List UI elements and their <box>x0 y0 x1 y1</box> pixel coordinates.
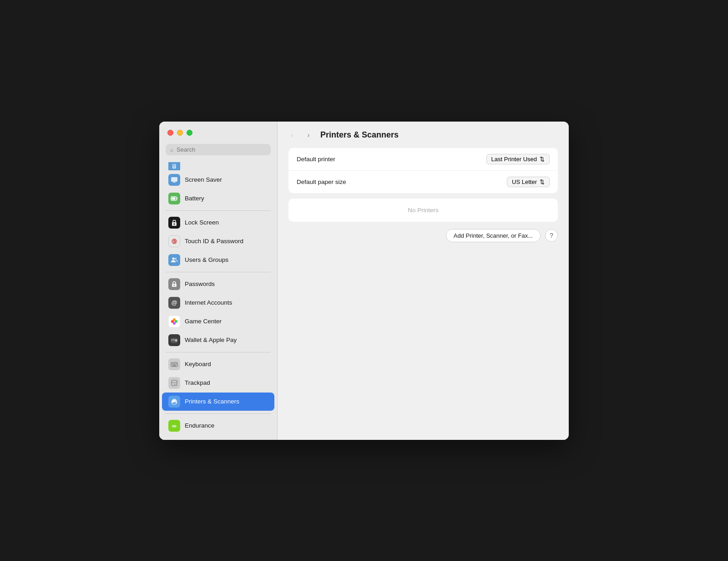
minimize-button[interactable] <box>177 130 183 136</box>
add-printer-button[interactable]: Add Printer, Scanner, or Fax... <box>446 229 541 242</box>
svg-point-6 <box>174 223 175 224</box>
svg-rect-26 <box>173 364 175 365</box>
sidebar-item-battery[interactable]: Battery <box>162 189 274 208</box>
svg-point-12 <box>174 285 175 286</box>
users-label: Users & Groups <box>185 256 228 263</box>
sidebar-item-endurance[interactable]: ∞ Endurance <box>162 417 274 435</box>
battery-icon <box>168 193 180 204</box>
sidebar-item-internet[interactable]: @ Internet Accounts <box>162 294 274 312</box>
endurance-label: Endurance <box>185 422 214 429</box>
touch-id-label: Touch ID & Password <box>185 238 243 245</box>
svg-rect-28 <box>172 365 176 366</box>
sidebar-item-wallet[interactable]: Wallet & Apple Pay <box>162 331 274 349</box>
svg-rect-29 <box>172 380 177 386</box>
close-button[interactable] <box>167 130 173 136</box>
users-icon <box>168 254 180 266</box>
passwords-icon <box>168 278 180 290</box>
sidebar-divider-4 <box>166 413 271 414</box>
sidebar-item-passwords[interactable]: Passwords <box>162 275 274 293</box>
back-button[interactable]: ‹ <box>286 129 298 142</box>
default-paper-value: US Letter ⇅ <box>507 177 550 187</box>
forward-button[interactable]: › <box>302 129 315 142</box>
sidebar-divider-1 <box>166 210 271 211</box>
settings-card: Default printer Last Printer Used ⇅ Defa… <box>288 148 558 193</box>
default-printer-row: Default printer Last Printer Used ⇅ <box>288 148 558 170</box>
default-printer-value: Last Printer Used ⇅ <box>486 154 550 164</box>
sidebar-item-lock-screen[interactable]: Lock Screen <box>162 214 274 232</box>
no-printers-box: No Printers <box>288 199 558 222</box>
svg-rect-0 <box>171 177 177 182</box>
default-paper-label: Default paper size <box>297 178 346 185</box>
keyboard-icon <box>168 358 180 370</box>
bottom-row: Add Printer, Scanner, or Fax... ? <box>288 227 558 244</box>
main-window: ⌕ 🖥 Screen Saver <box>159 122 569 440</box>
default-printer-value-text: Last Printer Used <box>491 156 537 163</box>
default-paper-value-text: US Letter <box>512 178 537 185</box>
default-printer-select[interactable]: Last Printer Used ⇅ <box>486 154 550 164</box>
wallet-label: Wallet & Apple Pay <box>185 337 237 343</box>
main-content: ‹ › Printers & Scanners Default printer … <box>278 122 569 440</box>
keyboard-label: Keyboard <box>185 361 211 367</box>
svg-point-16 <box>173 322 176 325</box>
sidebar-items-list: 🖥 Screen Saver <box>159 162 277 440</box>
svg-rect-4 <box>172 197 176 199</box>
traffic-lights <box>159 130 277 144</box>
no-printers-text: No Printers <box>408 207 439 214</box>
endurance-icon: ∞ <box>168 420 180 432</box>
internet-label: Internet Accounts <box>185 299 232 306</box>
content-area: Default printer Last Printer Used ⇅ Defa… <box>278 148 569 440</box>
touch-id-icon <box>168 235 180 247</box>
battery-label: Battery <box>185 195 204 202</box>
svg-point-10 <box>175 258 177 260</box>
game-center-icon <box>168 316 180 327</box>
screen-saver-icon <box>168 174 180 186</box>
sidebar-item-keyboard[interactable]: Keyboard <box>162 355 274 373</box>
sidebar-item-game-center[interactable]: Game Center <box>162 312 274 331</box>
svg-rect-24 <box>176 363 177 364</box>
chevron-updown-icon2: ⇅ <box>540 178 545 185</box>
svg-rect-27 <box>176 364 177 365</box>
maximize-button[interactable] <box>187 130 192 136</box>
partial-icon: 🖥 <box>168 162 180 170</box>
trackpad-icon <box>168 377 180 389</box>
printers-icon <box>168 396 180 408</box>
svg-rect-21 <box>172 363 173 364</box>
sidebar-item-trackpad[interactable]: Trackpad <box>162 374 274 392</box>
sidebar-item-touch-id[interactable]: Touch ID & Password <box>162 232 274 250</box>
svg-rect-22 <box>173 363 174 364</box>
lock-screen-icon <box>168 217 180 229</box>
sidebar-item-printers[interactable]: Printers & Scanners <box>162 393 274 411</box>
sidebar-item-screen-saver[interactable]: Screen Saver <box>162 171 274 189</box>
page-title: Printers & Scanners <box>320 130 399 140</box>
search-icon: ⌕ <box>170 146 174 153</box>
help-button[interactable]: ? <box>545 229 558 242</box>
svg-rect-32 <box>172 399 176 401</box>
game-center-label: Game Center <box>185 318 222 325</box>
sidebar-item-partial[interactable]: 🖥 <box>162 162 274 170</box>
svg-point-35 <box>176 401 177 402</box>
wallet-icon <box>168 334 180 346</box>
chevron-updown-icon: ⇅ <box>540 156 545 163</box>
sidebar-divider-3 <box>166 352 271 352</box>
sidebar-item-users[interactable]: Users & Groups <box>162 251 274 269</box>
sidebar: ⌕ 🖥 Screen Saver <box>159 122 278 440</box>
printers-label: Printers & Scanners <box>185 398 239 405</box>
search-input[interactable] <box>177 146 266 153</box>
passwords-label: Passwords <box>185 280 215 287</box>
svg-rect-23 <box>175 363 176 364</box>
search-box[interactable]: ⌕ <box>166 144 271 155</box>
sidebar-divider-2 <box>166 272 271 272</box>
screen-saver-label: Screen Saver <box>185 176 222 183</box>
default-paper-select[interactable]: US Letter ⇅ <box>507 177 550 187</box>
svg-rect-1 <box>173 182 176 183</box>
internet-icon: @ <box>168 297 180 309</box>
svg-rect-19 <box>175 340 177 342</box>
lock-screen-label: Lock Screen <box>185 219 219 226</box>
svg-rect-25 <box>172 364 173 365</box>
default-printer-label: Default printer <box>297 156 335 163</box>
titlebar: ‹ › Printers & Scanners <box>278 122 569 148</box>
svg-point-9 <box>172 257 175 260</box>
trackpad-label: Trackpad <box>185 379 210 386</box>
svg-rect-33 <box>172 402 176 404</box>
default-paper-row: Default paper size US Letter ⇅ <box>288 170 558 193</box>
